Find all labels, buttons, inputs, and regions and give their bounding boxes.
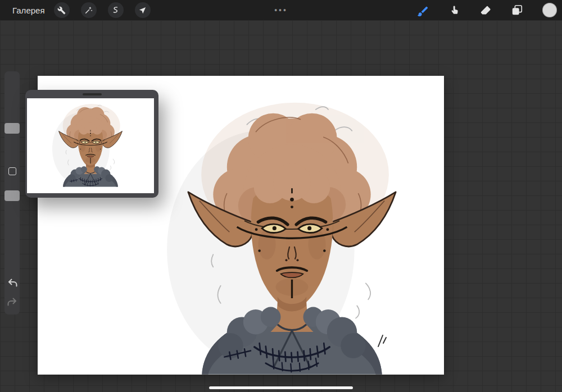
- reference-canvas: [27, 98, 154, 193]
- canvas-menu-dots[interactable]: •••: [274, 6, 288, 15]
- modify-button[interactable]: [8, 167, 16, 175]
- gallery-button[interactable]: Галерея: [12, 6, 45, 15]
- eraser-tool-button[interactable]: [480, 4, 492, 16]
- layers-button[interactable]: [511, 4, 523, 16]
- color-button[interactable]: [542, 3, 557, 17]
- redo-arrow-icon: [7, 296, 18, 307]
- redo-button[interactable]: [7, 296, 18, 307]
- brush-tool-button[interactable]: [416, 4, 429, 17]
- brush-size-handle[interactable]: [4, 123, 20, 134]
- side-toolbar: [4, 71, 20, 314]
- selection-s-icon: [111, 6, 120, 15]
- actions-button[interactable]: [54, 2, 70, 18]
- color-swatch: [542, 3, 557, 17]
- reference-window-drag-handle[interactable]: [83, 93, 102, 95]
- smudge-finger-icon: [448, 4, 461, 16]
- magic-wand-icon: [84, 6, 93, 15]
- undo-button[interactable]: [7, 277, 18, 288]
- wrench-icon: [57, 6, 66, 15]
- eraser-icon: [480, 4, 492, 16]
- smudge-tool-button[interactable]: [448, 4, 461, 16]
- brush-size-slider[interactable]: [4, 71, 20, 167]
- brush-icon: [416, 4, 429, 17]
- artist-signature-marks: [375, 333, 392, 349]
- layers-icon: [511, 4, 523, 16]
- opacity-handle[interactable]: [4, 190, 20, 201]
- elf-portrait-artwork-mini: [52, 103, 129, 187]
- transform-arrow-icon: [138, 6, 147, 15]
- selection-button[interactable]: [108, 2, 124, 18]
- procreate-screen: Галерея: [0, 0, 562, 392]
- home-indicator[interactable]: [209, 386, 353, 389]
- reference-window[interactable]: [25, 90, 158, 198]
- top-toolbar: Галерея: [0, 0, 562, 20]
- opacity-slider[interactable]: [4, 181, 20, 271]
- undo-arrow-icon: [7, 277, 18, 288]
- adjustments-button[interactable]: [81, 2, 97, 18]
- transform-button[interactable]: [135, 2, 151, 18]
